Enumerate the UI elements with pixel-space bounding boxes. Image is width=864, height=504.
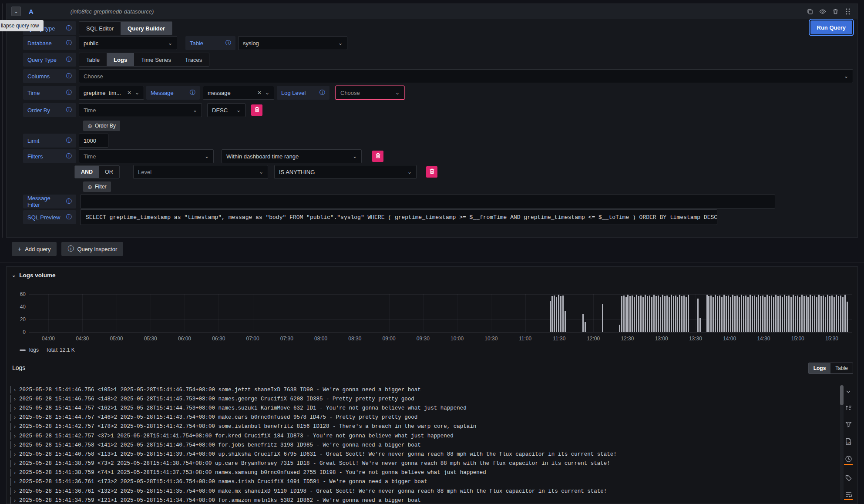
info-icon[interactable]: ⓘ (66, 198, 72, 205)
log-row[interactable]: ›2025-05-28 15:41:46.756 <148>2 2025-05-… (10, 394, 827, 403)
limit-input[interactable]: 1000 (79, 134, 108, 148)
log-expand-icon[interactable]: › (14, 460, 19, 467)
filter-operator-select[interactable]: Within dashboard time range ⌄ (222, 149, 362, 163)
info-icon[interactable]: ⓘ (66, 24, 72, 32)
log-expand-icon[interactable]: › (14, 405, 19, 411)
log-expand-icon[interactable]: › (14, 479, 19, 485)
log-expand-icon[interactable]: › (14, 414, 19, 420)
info-icon[interactable]: ⓘ (66, 72, 72, 80)
trash-icon[interactable] (832, 8, 839, 15)
filter-funnel-icon[interactable] (844, 421, 852, 428)
field-label-message: Message ⓘ (146, 86, 200, 100)
order-by-field-select[interactable]: Time ⌄ (79, 103, 202, 117)
info-icon[interactable]: ⓘ (66, 39, 72, 47)
log-row[interactable]: ›2025-05-28 15:41:44.757 <162>1 2025-05-… (10, 403, 827, 413)
info-icon[interactable]: ⓘ (66, 56, 72, 64)
logs-volume-collapse[interactable]: ⌄ Logs volume (12, 272, 55, 279)
remove-order-by-button[interactable] (251, 104, 262, 116)
info-icon[interactable]: ⓘ (66, 106, 72, 114)
filter2-operator-select[interactable]: IS ANYTHING ⌄ (274, 165, 417, 179)
log-expand-icon[interactable]: › (14, 470, 19, 476)
log-row[interactable]: ›2025-05-28 15:41:38.759 <74>1 2025-05-2… (10, 468, 827, 477)
filter-field-select[interactable]: Time ⌄ (79, 149, 214, 163)
volume-bar (752, 296, 753, 332)
field-label-message-filter: Message Filter ⓘ (23, 195, 76, 208)
info-icon[interactable]: ⓘ (66, 137, 72, 144)
editor-type-option-sql-editor[interactable]: SQL Editor (79, 22, 121, 35)
log-row[interactable]: ›2025-05-28 15:41:46.756 <105>1 2025-05-… (10, 385, 827, 394)
collapse-query-row-button[interactable]: ⌄ (11, 7, 21, 16)
query-type-option-time-series[interactable]: Time Series (134, 53, 178, 66)
log-row[interactable]: ›2025-05-28 15:41:40.758 <141>2 2025-05-… (10, 440, 827, 450)
log-row[interactable]: ›2025-05-28 15:41:36.761 <132>2 2025-05-… (10, 487, 827, 496)
volume-bar (739, 297, 740, 332)
tag-icon[interactable] (844, 474, 852, 482)
duplicate-icon[interactable] (807, 8, 814, 15)
info-icon[interactable]: ⓘ (66, 89, 72, 97)
volume-bar (732, 295, 733, 332)
wrap-lines-icon[interactable] (844, 491, 852, 500)
run-query-button[interactable]: Run Query (810, 20, 852, 34)
database-select[interactable]: public ⌄ (79, 36, 177, 50)
sort-oldest-first-icon[interactable] (844, 404, 852, 411)
volume-bar (697, 299, 699, 332)
remove-filter-button[interactable] (372, 151, 383, 162)
chart-gridline (219, 294, 219, 332)
conjunction-option-or[interactable]: OR (99, 166, 119, 178)
log-expand-icon[interactable]: › (14, 488, 19, 494)
eye-icon[interactable] (819, 8, 826, 15)
query-type-option-table[interactable]: Table (79, 53, 107, 66)
legend-series-label[interactable]: logs (29, 347, 39, 353)
log-expand-icon[interactable]: › (14, 433, 19, 439)
add-query-button[interactable]: + Add query (12, 242, 57, 256)
log-row[interactable]: ›2025-05-28 15:41:38.759 <73>2 2025-05-2… (10, 459, 827, 468)
volume-bar (653, 295, 655, 332)
filter2-field-select[interactable]: Level ⌄ (133, 165, 268, 179)
columns-select[interactable]: Choose ⌄ (79, 69, 853, 83)
volume-bar (754, 296, 755, 332)
message-filter-input[interactable] (80, 195, 775, 208)
table-select[interactable]: syslog ⌄ (238, 36, 347, 50)
info-icon[interactable]: ⓘ (66, 152, 72, 160)
query-type-option-logs[interactable]: Logs (107, 53, 134, 66)
log-row[interactable]: ›2025-05-28 15:41:34.759 <121>1 2025-05-… (10, 496, 827, 504)
volume-bar (715, 295, 716, 332)
log-row[interactable]: ›2025-05-28 15:41:36.761 <173>2 2025-05-… (10, 477, 827, 487)
log-row[interactable]: ›2025-05-28 15:41:40.758 <113>1 2025-05-… (10, 450, 827, 459)
message-column-select[interactable]: message ✕ ⌄ (203, 86, 274, 100)
log-row[interactable]: ›2025-05-28 15:41:42.757 <37>1 2025-05-2… (10, 431, 827, 440)
editor-type-option-query-builder[interactable]: Query Builder (121, 22, 172, 35)
query-inspector-button[interactable]: ⓘ Query inspector (61, 242, 123, 256)
volume-bar (780, 296, 781, 332)
clear-icon[interactable]: ✕ (257, 90, 262, 96)
query-type-option-traces[interactable]: Traces (178, 53, 209, 66)
time-column-select[interactable]: greptime_tim... ✕ ⌄ (79, 86, 144, 100)
logs-tab-table[interactable]: Table (830, 363, 853, 373)
chart-gridline (151, 294, 151, 332)
log-expand-icon[interactable]: › (14, 451, 19, 457)
info-icon[interactable]: ⓘ (190, 89, 195, 97)
clear-icon[interactable]: ✕ (127, 90, 131, 96)
info-icon[interactable]: ⓘ (66, 213, 72, 221)
log-expand-icon[interactable]: › (14, 396, 19, 402)
log-expand-icon[interactable]: › (14, 442, 19, 448)
volume-bar (632, 296, 633, 332)
drag-handle-icon[interactable] (844, 8, 851, 15)
log-level-select[interactable]: Choose ⌄ (336, 86, 404, 100)
log-file-icon[interactable]: LOG (844, 437, 852, 446)
info-icon[interactable]: ⓘ (319, 89, 325, 97)
add-order-by-button[interactable]: ⊕ Order By (83, 121, 120, 131)
log-row[interactable]: ›2025-05-28 15:41:42.757 <178>2 2025-05-… (10, 422, 827, 431)
logs-tab-logs[interactable]: Logs (809, 363, 831, 373)
download-arrow-icon[interactable] (844, 388, 852, 395)
order-by-direction-select[interactable]: DESC ⌄ (207, 103, 245, 117)
add-filter-button[interactable]: ⊕ Filter (83, 181, 111, 192)
log-expand-icon[interactable]: › (14, 497, 19, 504)
log-row[interactable]: ›2025-05-28 15:41:44.757 <146>2 2025-05-… (10, 413, 827, 422)
remove-filter2-button[interactable] (426, 166, 437, 178)
clock-icon[interactable] (844, 455, 852, 465)
info-icon[interactable]: ⓘ (225, 39, 231, 47)
conjunction-option-and[interactable]: AND (75, 166, 99, 178)
log-expand-icon[interactable]: › (14, 387, 19, 393)
log-expand-icon[interactable]: › (14, 423, 19, 430)
